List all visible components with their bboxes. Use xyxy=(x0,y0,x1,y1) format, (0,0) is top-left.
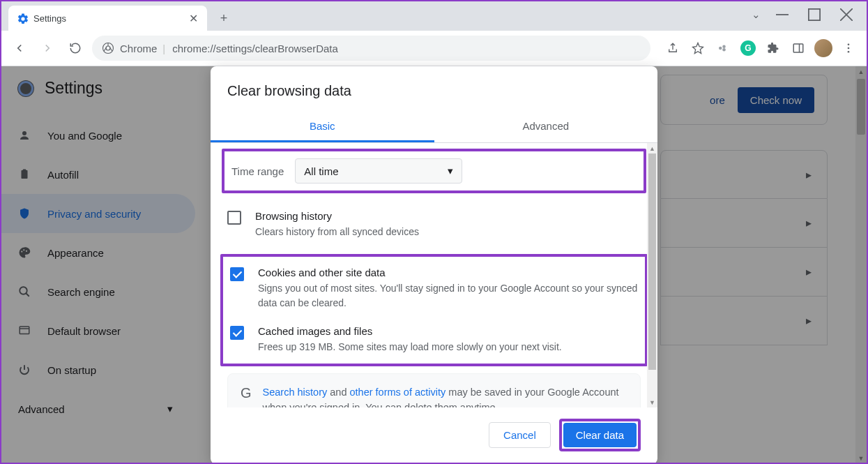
minimize-button[interactable] xyxy=(766,5,798,24)
option-title: Cookies and other site data xyxy=(258,267,638,278)
site-identity: Chrome | xyxy=(102,42,165,54)
extensions-puzzle-icon[interactable] xyxy=(762,37,784,59)
option-title: Cached images and files xyxy=(258,325,638,337)
option-desc: Signs you out of most sites. You'll stay… xyxy=(258,281,638,310)
info-card: G Search history and other forms of acti… xyxy=(227,373,641,407)
settings-page: Settings You and Google Autofill Privacy… xyxy=(1,66,867,464)
toolbar-actions: G xyxy=(662,37,860,59)
dialog-title: Clear browsing data xyxy=(211,66,657,112)
menu-dots-icon[interactable] xyxy=(837,37,860,59)
checkbox-browsing-history[interactable] xyxy=(227,211,241,225)
svg-point-9 xyxy=(848,51,850,53)
url-text: chrome://settings/clearBrowserData xyxy=(172,43,338,54)
maximize-button[interactable] xyxy=(798,5,830,24)
time-range-select[interactable]: All time ▾ xyxy=(295,158,462,184)
window-controls: ⌄ xyxy=(745,1,862,28)
time-range-label: Time range xyxy=(231,165,284,177)
svg-point-5 xyxy=(722,48,726,52)
tab-advanced[interactable]: Advanced xyxy=(434,112,658,142)
clear-data-button[interactable]: Clear data xyxy=(563,423,637,447)
gear-icon xyxy=(17,13,28,24)
svg-point-2 xyxy=(106,46,110,50)
svg-rect-0 xyxy=(809,9,820,20)
bookmark-star-icon[interactable] xyxy=(687,37,709,59)
chevron-down-icon: ▾ xyxy=(448,165,453,177)
tab-strip: Settings ✕ + ⌄ xyxy=(1,1,867,31)
extension-icon[interactable] xyxy=(712,37,734,59)
link-other-activity[interactable]: other forms of activity xyxy=(350,387,446,398)
dialog-scrollbar[interactable]: ▲ ▼ xyxy=(647,143,657,407)
svg-point-8 xyxy=(848,47,850,50)
tab-basic[interactable]: Basic xyxy=(211,112,434,142)
toolbar: Chrome | chrome://settings/clearBrowserD… xyxy=(1,31,867,66)
dialog-footer: Cancel Clear data xyxy=(211,407,657,464)
new-tab-button[interactable]: + xyxy=(214,8,234,28)
link-search-history[interactable]: Search history xyxy=(263,387,328,398)
tab-search-icon[interactable]: ⌄ xyxy=(745,5,766,24)
scroll-up-icon[interactable]: ▲ xyxy=(647,143,657,154)
profile-avatar[interactable] xyxy=(812,37,835,59)
google-g-icon: G xyxy=(241,385,252,401)
time-range-value: All time xyxy=(304,165,338,177)
grammarly-icon[interactable]: G xyxy=(737,37,759,59)
address-bar[interactable]: Chrome | chrome://settings/clearBrowserD… xyxy=(92,36,650,61)
browser-chrome: Settings ✕ + ⌄ Chrome | chrome://setting… xyxy=(1,1,867,66)
checkbox-cookies[interactable] xyxy=(230,267,244,281)
option-title: Browsing history xyxy=(255,210,641,222)
reload-button[interactable] xyxy=(64,37,86,59)
share-icon[interactable] xyxy=(662,37,684,59)
checkbox-cache[interactable] xyxy=(230,326,244,340)
highlighted-options: Cookies and other site data Signs you ou… xyxy=(220,254,648,366)
tab-title: Settings xyxy=(33,13,182,24)
dialog-body: Time range All time ▾ Browsing history C… xyxy=(211,143,657,407)
option-cookies: Cookies and other site data Signs you ou… xyxy=(230,267,638,310)
option-browsing-history: Browsing history Clears history from all… xyxy=(227,199,641,250)
site-id-label: Chrome xyxy=(120,43,157,54)
back-button[interactable] xyxy=(8,37,31,59)
info-text: Search history and other forms of activi… xyxy=(263,385,627,407)
browser-tab[interactable]: Settings ✕ xyxy=(8,6,207,31)
option-desc: Clears history from all synced devices xyxy=(255,225,641,239)
chrome-logo-icon xyxy=(102,42,114,54)
option-cache: Cached images and files Frees up 319 MB.… xyxy=(230,325,638,354)
time-range-row: Time range All time ▾ xyxy=(222,149,646,193)
scroll-down-icon[interactable]: ▼ xyxy=(647,397,657,407)
svg-point-7 xyxy=(848,43,850,45)
clear-data-highlight: Clear data xyxy=(559,419,641,451)
svg-point-3 xyxy=(719,47,722,50)
dialog-tabs: Basic Advanced xyxy=(211,112,657,143)
scrollbar-thumb[interactable] xyxy=(648,154,656,370)
forward-button[interactable] xyxy=(36,37,59,59)
option-desc: Frees up 319 MB. Some sites may load mor… xyxy=(258,340,638,354)
close-icon[interactable]: ✕ xyxy=(188,13,199,24)
cancel-button[interactable]: Cancel xyxy=(489,422,551,448)
svg-rect-6 xyxy=(793,44,803,52)
clear-browsing-data-dialog: Clear browsing data Basic Advanced Time … xyxy=(211,66,657,464)
window-close-button[interactable] xyxy=(830,5,862,24)
svg-point-4 xyxy=(722,45,726,49)
sidepanel-icon[interactable] xyxy=(787,37,809,59)
